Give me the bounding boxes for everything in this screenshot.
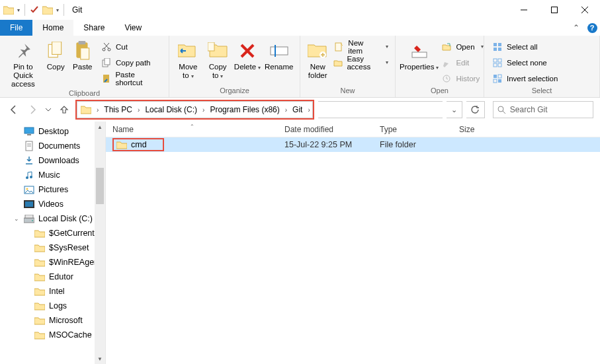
copy-button[interactable]: Copy (42, 38, 69, 71)
svg-rect-7 (78, 41, 85, 44)
breadcrumb-git[interactable]: Git (289, 102, 306, 118)
breadcrumb-this-pc[interactable]: This PC (101, 102, 136, 118)
history-button[interactable]: History (439, 71, 486, 85)
back-button[interactable] (7, 102, 21, 117)
tree-documents[interactable]: Documents (0, 139, 105, 153)
select-none-button[interactable]: Select none (490, 55, 560, 69)
help-button[interactable]: ? (584, 20, 600, 36)
tree-sub-item[interactable]: Intel (0, 284, 105, 299)
tab-view[interactable]: View (114, 20, 151, 36)
chevron-down-icon[interactable]: ⌄ (13, 215, 20, 222)
column-name[interactable]: ⌃Name (106, 125, 278, 134)
breadcrumb-program-files[interactable]: Program Files (x86) (206, 102, 282, 118)
address-bar[interactable]: › This PC › Local Disk (C:) › Program Fi… (77, 101, 313, 118)
up-button[interactable] (57, 102, 71, 117)
folder-icon (34, 242, 46, 254)
folder-icon (34, 329, 46, 341)
tree-label: Intel (49, 287, 65, 296)
breadcrumb-local-disk[interactable]: Local Disk (C:) (142, 102, 200, 118)
breadcrumb-sep-icon[interactable]: › (283, 106, 289, 114)
open-button[interactable]: Open▾ (439, 40, 486, 54)
select-all-label: Select all (507, 43, 538, 51)
folder-icon (34, 227, 46, 239)
tree-local-disk[interactable]: ⌄Local Disk (C:) (0, 211, 105, 226)
breadcrumb-sep-icon[interactable]: › (95, 106, 101, 114)
tree-music[interactable]: Music (0, 168, 105, 182)
minimize-button[interactable] (509, 0, 539, 20)
copy-path-label: Copy path (116, 59, 150, 67)
previous-locations-button[interactable]: ⌄ (447, 101, 462, 118)
scroll-down-icon[interactable]: ▼ (95, 353, 105, 364)
breadcrumb-sep-icon[interactable]: › (200, 106, 206, 114)
tree-videos[interactable]: Videos (0, 197, 105, 211)
history-icon (441, 73, 452, 84)
refresh-button[interactable] (466, 101, 485, 118)
delete-button[interactable]: Delete▾ (233, 38, 263, 71)
cut-button[interactable]: Cut (99, 40, 165, 54)
folder-icon (116, 141, 127, 149)
invert-selection-button[interactable]: Invert selection (490, 71, 560, 85)
desktop-icon (23, 126, 35, 137)
copy-label: Copy (47, 63, 65, 71)
column-date[interactable]: Date modified (278, 125, 373, 134)
new-folder-button[interactable]: New folder (304, 38, 331, 80)
tree-sub-item[interactable]: MSOCache (0, 328, 105, 342)
move-to-button[interactable]: Move to▾ (173, 38, 203, 80)
scroll-thumb[interactable] (96, 168, 104, 204)
tree-downloads[interactable]: Downloads (0, 153, 105, 168)
scroll-up-icon[interactable]: ▲ (95, 122, 105, 132)
select-all-button[interactable]: Select all (490, 40, 560, 54)
tab-home[interactable]: Home (32, 20, 73, 36)
tree-sub-item[interactable]: $GetCurrent (0, 226, 105, 240)
tree-pictures[interactable]: Pictures (0, 182, 105, 197)
tree-sub-item[interactable]: $WinREAgent (0, 255, 105, 270)
forward-button[interactable] (25, 102, 40, 117)
folder-icon (34, 285, 46, 297)
qat-properties-icon[interactable] (28, 5, 40, 16)
breadcrumb-sep-icon[interactable]: › (306, 106, 312, 114)
tree-sub-item[interactable]: Edutor (0, 270, 105, 284)
svg-point-44 (30, 176, 32, 178)
close-button[interactable] (570, 0, 600, 20)
rename-button[interactable]: Rename (262, 38, 296, 71)
address-bar-extra[interactable] (318, 101, 443, 118)
tree-desktop[interactable]: Desktop (0, 124, 105, 139)
content-list: ⌃Name Date modified Type Size cmd 15-Jul… (106, 122, 600, 364)
properties-button[interactable]: Properties▾ (400, 38, 439, 71)
paste-button[interactable]: Paste (69, 38, 97, 71)
pin-to-quick-access-button[interactable]: Pin to Quick access (4, 38, 42, 89)
svg-rect-34 (498, 79, 501, 83)
row-type-value: File folder (373, 140, 452, 149)
qat-dropdown-icon[interactable]: ▾ (16, 7, 21, 13)
videos-icon (23, 198, 35, 210)
svg-rect-1 (552, 7, 558, 13)
window-icon (3, 5, 14, 16)
paste-shortcut-label: Paste shortcut (115, 71, 162, 87)
svg-rect-38 (27, 134, 31, 135)
svg-rect-12 (105, 58, 110, 65)
documents-icon (23, 140, 35, 152)
maximize-button[interactable] (539, 0, 570, 20)
copy-path-button[interactable]: Copy path (99, 55, 165, 69)
breadcrumb-sep-icon[interactable]: › (136, 106, 142, 114)
ribbon-collapse-icon[interactable]: ⌃ (568, 20, 584, 36)
tree-sub-item[interactable]: $SysReset (0, 240, 105, 255)
paste-shortcut-button[interactable]: Paste shortcut (99, 71, 165, 85)
help-icon: ? (587, 23, 597, 33)
tree-sub-item[interactable]: Logs (0, 299, 105, 313)
column-type[interactable]: Type (373, 125, 452, 134)
search-box[interactable]: Search Git (493, 101, 593, 118)
tree-scrollbar[interactable]: ▲ ▼ (95, 122, 105, 364)
tree-sub-item[interactable]: Microsoft (0, 313, 105, 328)
tab-share[interactable]: Share (73, 20, 114, 36)
easy-access-button[interactable]: Easy access▾ (331, 55, 391, 69)
edit-button[interactable]: Edit (439, 55, 486, 69)
new-item-button[interactable]: New item▾ (331, 40, 391, 54)
list-row[interactable]: cmd 15-Jul-22 9:25 PM File folder (106, 137, 600, 152)
qat-folder-icon[interactable] (42, 5, 53, 16)
recent-locations-button[interactable] (44, 102, 53, 117)
qat-customize-icon[interactable]: ▾ (55, 7, 60, 13)
tab-file[interactable]: File (0, 20, 32, 36)
column-size[interactable]: Size (452, 125, 600, 134)
copy-to-button[interactable]: Copy to▾ (203, 38, 233, 80)
